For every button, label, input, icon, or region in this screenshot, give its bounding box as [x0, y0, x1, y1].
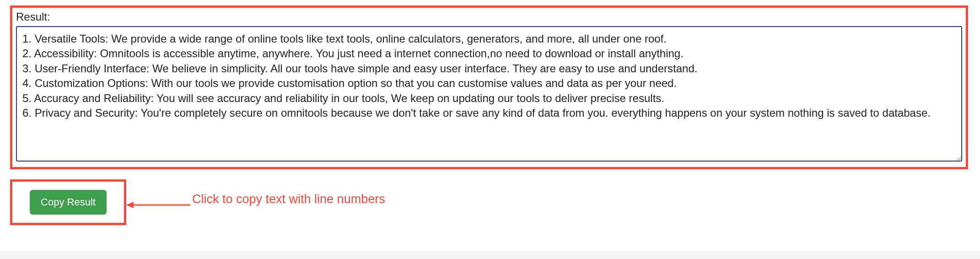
annotation-text: Click to copy text with line numbers	[192, 192, 385, 206]
footer-strip	[0, 251, 980, 259]
result-textarea[interactable]	[16, 26, 962, 162]
svg-marker-1	[126, 202, 134, 208]
copy-result-button[interactable]: Copy Result	[30, 190, 107, 215]
copy-button-highlight: Copy Result	[10, 179, 126, 225]
arrow-left-icon	[126, 200, 190, 210]
result-section-highlight: Result:	[10, 5, 968, 169]
annotation-arrow	[126, 200, 190, 210]
result-label: Result:	[16, 11, 962, 23]
